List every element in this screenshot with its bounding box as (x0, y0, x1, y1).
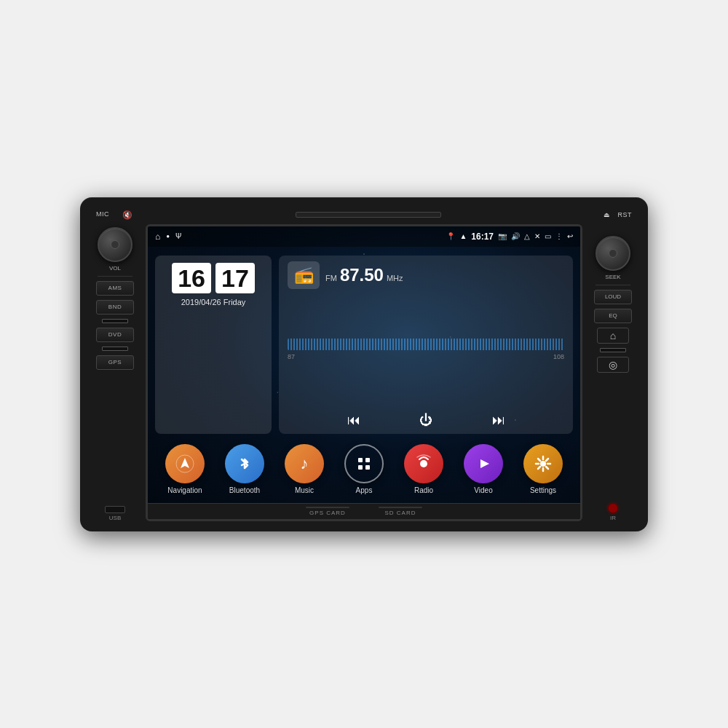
dvd-button[interactable]: DVD (96, 328, 134, 342)
home-hw-button[interactable]: ⌂ (597, 328, 629, 344)
radio-top: 📻 FM 87.50 MHz (288, 261, 564, 289)
bnd-button[interactable]: BND (96, 300, 134, 314)
svg-rect-5 (365, 465, 370, 470)
radio-app[interactable]: Radio (404, 444, 443, 494)
radio-svg (414, 454, 434, 474)
loud-button[interactable]: LOUD (594, 290, 632, 304)
nav-icon (165, 444, 205, 483)
radio-spectrum (288, 339, 564, 350)
music-app[interactable]: ♪ Music (285, 444, 324, 494)
spectrum-start: 87 (288, 353, 295, 360)
mic-label: MIC (96, 210, 109, 220)
status-left: ⌂ ● Ψ (155, 232, 181, 242)
svg-rect-3 (365, 458, 370, 462)
sd-card-label: SD CARD (384, 510, 416, 516)
rst-label[interactable]: RST (618, 211, 633, 218)
menu-status-icon: ⋮ (555, 232, 563, 240)
top-bar: MIC 🔇 ⏏ RST (90, 210, 638, 220)
settings-svg (533, 454, 553, 474)
ams-button[interactable]: AMS (96, 281, 134, 296)
apps-app[interactable]: Apps (344, 444, 384, 494)
bt-icon (225, 444, 264, 483)
clock-hours: 16 (178, 266, 205, 290)
main-body: VOL AMS BND DVD GPS USB ⌂ ● Ψ (90, 224, 638, 521)
bt-label: Bluetooth (229, 486, 260, 494)
eq-button[interactable]: EQ (594, 309, 632, 323)
cd-slot (296, 212, 441, 218)
bt-app[interactable]: Bluetooth (225, 444, 264, 494)
slot-2 (102, 347, 128, 351)
seek-label: SEEK (605, 274, 620, 280)
left-panel: VOL AMS BND DVD GPS USB (90, 224, 140, 521)
media-status-icon: △ (524, 232, 530, 240)
prev-button[interactable]: ⏮ (347, 413, 360, 428)
svg-rect-4 (358, 465, 363, 470)
music-icon: ♪ (285, 444, 324, 483)
clock-hours-block: 16 (172, 263, 211, 293)
top-right-labels: ⏏ RST (604, 211, 632, 218)
radio-label: Radio (414, 486, 433, 494)
spectrum-end: 108 (553, 353, 564, 360)
camera-icon: 📷 (498, 232, 507, 240)
dot-indicator: ● (166, 233, 170, 240)
card-slots: GPS CARD SD CARD (148, 503, 580, 519)
svg-marker-1 (181, 458, 189, 468)
vol-label: VOL (109, 265, 121, 272)
video-icon-circle (464, 444, 503, 483)
home-status-icon: ⌂ (155, 232, 160, 242)
screen-container: ⌂ ● Ψ 📍 ▲ 16:17 📷 🔊 △ ✕ ▭ ⋮ ↩ (146, 224, 582, 521)
vol-status-icon: 🔊 (511, 232, 520, 240)
volume-knob[interactable] (98, 227, 132, 262)
usb-area: USB (105, 506, 125, 521)
status-time: 16:17 (471, 232, 494, 242)
settings-icon-circle (523, 444, 563, 483)
nav-svg (175, 454, 195, 474)
clock-digits: 16 17 (172, 263, 255, 293)
radio-frequency: 87.50 (340, 266, 384, 284)
svg-point-6 (420, 460, 427, 467)
gps-card-slot[interactable] (306, 507, 349, 508)
android-hw-button[interactable]: ◎ (597, 357, 629, 373)
svg-rect-2 (358, 458, 363, 462)
seek-knob-center (609, 249, 617, 258)
music-glyph: ♪ (301, 454, 309, 473)
radio-widget: 📻 FM 87.50 MHz (279, 256, 573, 434)
sd-card-slot[interactable] (379, 507, 422, 508)
ir-label: IR (610, 515, 616, 521)
slot-1 (102, 319, 128, 323)
apps-svg (354, 454, 374, 474)
top-left-labels: MIC 🔇 (96, 210, 132, 220)
back-status-icon: ↩ (567, 232, 573, 240)
divider-right (596, 285, 630, 285)
power-button[interactable]: ⏻ (419, 413, 432, 428)
status-right: 📍 ▲ 16:17 📷 🔊 △ ✕ ▭ ⋮ ↩ (446, 232, 573, 242)
home-hw-icon: ⌂ (610, 330, 616, 341)
settings-app[interactable]: Settings (523, 444, 563, 494)
clock-minutes-block: 17 (215, 263, 255, 293)
video-app[interactable]: Video (464, 444, 503, 494)
main-screen[interactable]: ⌂ ● Ψ 📍 ▲ 16:17 📷 🔊 △ ✕ ▭ ⋮ ↩ (148, 226, 580, 503)
gps-button[interactable]: GPS (96, 355, 134, 370)
wifi-icon: ▲ (459, 232, 467, 240)
right-panel: SEEK LOUD EQ ⌂ ◎ IR (588, 224, 638, 521)
divider-1 (98, 276, 132, 277)
screen-content: 16 17 2019/04/26 Friday (148, 247, 580, 503)
radio-app-icon (404, 444, 443, 483)
close-status-icon: ✕ (534, 232, 540, 240)
sd-card-area: SD CARD (379, 507, 422, 516)
window-status-icon: ▭ (545, 232, 551, 240)
ir-receiver (608, 503, 618, 513)
usb-port[interactable] (105, 506, 125, 513)
seek-knob[interactable] (596, 236, 630, 271)
right-slot (600, 348, 626, 352)
widgets-area: 16 17 2019/04/26 Friday (148, 247, 580, 440)
radio-band: FM (325, 274, 337, 282)
music-label: Music (295, 486, 314, 494)
eject-icon[interactable]: ⏏ (604, 211, 611, 218)
apps-icon-circle (344, 444, 384, 483)
svg-point-8 (540, 461, 546, 467)
ir-area: IR (608, 503, 618, 521)
next-button[interactable]: ⏭ (492, 413, 505, 428)
radio-icon-box: 📻 (288, 261, 320, 289)
nav-app[interactable]: Navigation (165, 444, 205, 494)
